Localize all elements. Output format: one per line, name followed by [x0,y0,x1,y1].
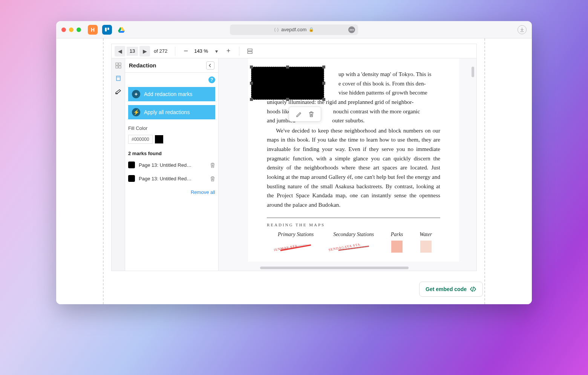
fill-color-row: #000000 [128,135,215,144]
extension-icons: H [88,25,126,35]
selection-toolbar [289,107,321,122]
code-icon [470,287,476,292]
extension-drive-icon[interactable] [116,25,126,35]
redaction-mark-selected[interactable] [251,67,324,100]
resize-handle-ne[interactable] [322,66,325,69]
panel-title: Redaction [129,62,156,69]
resize-handle-s[interactable] [286,98,289,101]
svg-rect-1 [105,27,107,31]
edit-mark-icon[interactable] [296,111,302,117]
redaction-panel: Redaction ? + Add redaction marks ⚡ [125,58,219,271]
remove-all-link[interactable]: Remove all [128,189,215,195]
panel-body: ? + Add redaction marks ⚡ Apply all reda… [125,73,218,271]
delete-mark-icon[interactable] [308,111,314,117]
editor-body: Redaction ? + Add redaction marks ⚡ [112,58,476,271]
page-prev-button[interactable]: ◀ [115,46,125,56]
lock-icon: 🔒 [309,27,314,32]
extension-trello-icon[interactable] [102,25,112,35]
page-settings-icon[interactable]: ••• [348,26,355,33]
url-text: avepdf.com [281,27,306,32]
bookmarks-tab-icon[interactable] [114,74,122,82]
mark-list-item[interactable]: Page 13: Untitled Red… [128,174,215,183]
paragraph: We've decided to keep these neighborhood… [267,126,440,210]
thumbnails-tab-icon[interactable] [114,61,122,70]
minimize-window-button[interactable] [69,27,74,32]
add-redaction-button[interactable]: + Add redaction marks [128,87,215,101]
mark-swatch-icon [128,175,135,182]
zoom-dropdown-button[interactable]: ▾ [211,46,222,56]
maps-section: READING THE MAPS Primary Stations IENMAE… [267,218,440,254]
resize-handle-sw[interactable] [250,98,253,101]
marks-count-label: 2 marks found [128,151,215,156]
legend-row: Primary Stations IENMAE STA. Secondary S… [267,232,440,254]
document-viewport[interactable]: up with a 'density map' of Tokyo. This i… [219,58,476,271]
svg-rect-11 [119,66,121,68]
horizontal-scrollbar[interactable] [260,267,409,269]
downloads-icon[interactable] [518,25,527,34]
vertical-scrollbar[interactable] [472,67,474,77]
svg-rect-8 [116,63,118,65]
embed-label: Get embed code [426,286,467,292]
divider [239,47,239,56]
legend-parks: Parks [383,232,412,254]
editor-toolbar: ◀ 13 ▶ of 272 − 143 % ▾ + [112,44,476,58]
page-current-input[interactable]: 13 [127,47,138,56]
fill-color-hex-input[interactable]: #000000 [128,135,153,144]
mark-list-item[interactable]: Page 13: Untitled Red… [128,160,215,170]
page-next-button[interactable]: ▶ [139,46,150,56]
apply-redactions-label: Apply all redactions [144,109,190,115]
svg-rect-12 [116,76,120,81]
legend-water: Water [411,232,440,254]
apply-redactions-button[interactable]: ⚡ Apply all redactions [128,105,215,119]
resize-handle-n[interactable] [286,66,289,69]
resize-handle-e[interactable] [322,82,325,85]
mark-label: Page 13: Untitled Red… [139,176,206,181]
traffic-lights [61,27,81,32]
panel-header: Redaction [125,58,218,73]
url-bar[interactable]: ⟨·⟩ avepdf.com 🔒 ••• [230,24,358,35]
titlebar: H ⟨·⟩ avepdf.com 🔒 ••• [56,21,532,38]
resize-handle-w[interactable] [250,82,253,85]
divider [175,47,175,56]
get-embed-code-button[interactable]: Get embed code [419,282,483,297]
page-total-label: of 272 [152,48,170,54]
mark-swatch-icon [128,162,135,168]
legend-secondary: Secondary Stations SENDAGAYA STA. [325,232,382,254]
redaction-tab-icon[interactable] [114,87,122,95]
legend-primary: Primary Stations IENMAE STA. [267,232,325,254]
zoom-in-button[interactable]: + [223,46,234,56]
fill-color-label: Fill Color [128,125,215,131]
collapse-panel-button[interactable] [206,61,214,70]
zoom-window-button[interactable] [77,27,81,32]
delete-mark-icon[interactable] [210,176,215,181]
zoom-level-label: 143 % [193,48,210,54]
zoom-out-button[interactable]: − [181,46,191,56]
resize-handle-nw[interactable] [250,66,253,69]
close-window-button[interactable] [61,27,66,32]
svg-rect-10 [116,66,118,68]
svg-rect-9 [119,63,121,65]
svg-rect-6 [248,49,252,51]
add-redaction-label: Add redaction marks [144,91,192,97]
maps-heading: READING THE MAPS [267,223,440,227]
plus-circle-icon: + [132,90,140,98]
extension-h-icon[interactable]: H [88,25,98,35]
pdf-editor: ◀ 13 ▶ of 272 − 143 % ▾ + [111,44,477,271]
page-stage: ◀ 13 ▶ of 272 − 143 % ▾ + [56,38,532,304]
browser-window: H ⟨·⟩ avepdf.com 🔒 ••• ◀ 13 ▶ [56,21,532,304]
bolt-circle-icon: ⚡ [132,108,140,116]
reader-icon: ⟨·⟩ [274,27,279,32]
sidebar-tabs [112,58,125,271]
svg-rect-2 [107,27,109,30]
svg-rect-7 [248,52,252,53]
fill-color-swatch[interactable] [155,135,163,143]
help-icon[interactable]: ? [208,76,215,83]
delete-mark-icon[interactable] [210,162,215,168]
mark-label: Page 13: Untitled Red… [139,162,206,168]
layout-button[interactable] [245,46,255,56]
resize-handle-se[interactable] [322,98,325,101]
svg-rect-0 [104,27,110,33]
